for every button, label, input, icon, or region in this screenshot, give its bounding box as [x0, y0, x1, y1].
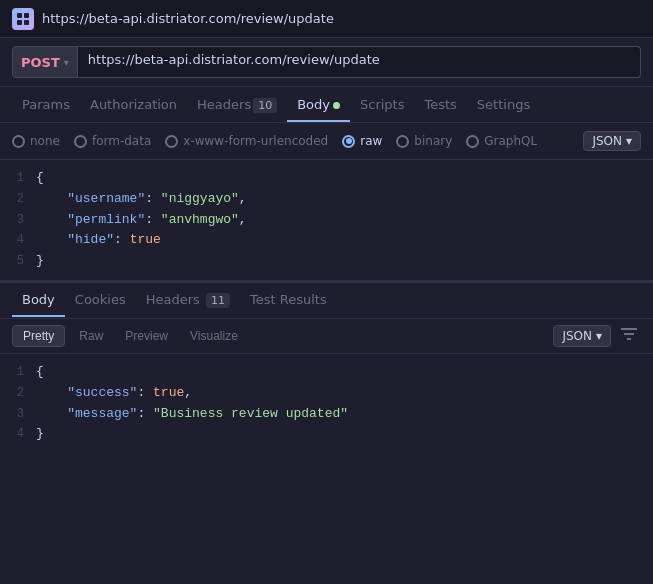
tab-headers[interactable]: Headers10 — [187, 89, 287, 122]
visualize-button[interactable]: Visualize — [182, 326, 246, 346]
json-format-selector[interactable]: JSON ▾ — [583, 131, 641, 151]
res-line-1: 1 { — [0, 362, 653, 383]
response-tab-cookies[interactable]: Cookies — [65, 284, 136, 317]
req-line-3: 3 "permlink": "anvhmgwo", — [0, 210, 653, 231]
tab-params[interactable]: Params — [12, 89, 80, 122]
response-tab-body[interactable]: Body — [12, 284, 65, 317]
url-input[interactable]: https://beta-api.distriator.com/review/u… — [78, 46, 641, 78]
tab-body[interactable]: Body — [287, 89, 350, 122]
filter-icon-button[interactable] — [617, 325, 641, 346]
method-label: POST — [21, 55, 60, 70]
radio-binary[interactable]: binary — [396, 134, 452, 148]
req-line-2: 2 "username": "niggyayo", — [0, 189, 653, 210]
request-tabs: Params Authorization Headers10 Body Scri… — [0, 87, 653, 123]
radio-circle-graphql — [466, 135, 479, 148]
req-line-4: 4 "hide": true — [0, 230, 653, 251]
body-type-row: none form-data x-www-form-urlencoded raw… — [0, 123, 653, 160]
radio-raw[interactable]: raw — [342, 134, 382, 148]
chevron-down-icon: ▾ — [64, 57, 69, 68]
request-code-editor[interactable]: 1 { 2 "username": "niggyayo", 3 "permlin… — [0, 160, 653, 280]
req-line-5: 5 } — [0, 251, 653, 272]
radio-urlencoded[interactable]: x-www-form-urlencoded — [165, 134, 328, 148]
response-tabs: Body Cookies Headers 11 Test Results — [0, 283, 653, 319]
response-toolbar: Pretty Raw Preview Visualize JSON ▾ — [0, 319, 653, 354]
response-json-selector[interactable]: JSON ▾ — [553, 325, 611, 347]
radio-circle-none — [12, 135, 25, 148]
radio-circle-binary — [396, 135, 409, 148]
radio-none[interactable]: none — [12, 134, 60, 148]
res-line-4: 4 } — [0, 424, 653, 445]
top-bar: https://beta-api.distriator.com/review/u… — [0, 0, 653, 38]
chevron-down-icon: ▾ — [596, 329, 602, 343]
chevron-down-icon: ▾ — [626, 134, 632, 148]
request-section: POST ▾ https://beta-api.distriator.com/r… — [0, 38, 653, 281]
svg-rect-0 — [17, 13, 22, 18]
res-line-2: 2 "success": true, — [0, 383, 653, 404]
radio-circle-raw — [342, 135, 355, 148]
radio-circle-urlencoded — [165, 135, 178, 148]
radio-form-data[interactable]: form-data — [74, 134, 151, 148]
preview-button[interactable]: Preview — [117, 326, 176, 346]
svg-rect-1 — [24, 13, 29, 18]
radio-circle-form-data — [74, 135, 87, 148]
svg-rect-3 — [24, 20, 29, 25]
response-code-editor: 1 { 2 "success": true, 3 "message": "Bus… — [0, 354, 653, 454]
method-select[interactable]: POST ▾ — [12, 46, 78, 78]
tab-tests[interactable]: Tests — [414, 89, 466, 122]
pretty-button[interactable]: Pretty — [12, 325, 65, 347]
tab-scripts[interactable]: Scripts — [350, 89, 414, 122]
tab-settings[interactable]: Settings — [467, 89, 540, 122]
body-dot — [333, 102, 340, 109]
response-tab-test-results[interactable]: Test Results — [240, 284, 337, 317]
top-url: https://beta-api.distriator.com/review/u… — [42, 11, 334, 26]
tab-authorization[interactable]: Authorization — [80, 89, 187, 122]
method-url-row: POST ▾ https://beta-api.distriator.com/r… — [0, 38, 653, 87]
res-line-3: 3 "message": "Business review updated" — [0, 404, 653, 425]
response-section: Body Cookies Headers 11 Test Results Pre… — [0, 281, 653, 454]
req-line-1: 1 { — [0, 168, 653, 189]
raw-button[interactable]: Raw — [71, 326, 111, 346]
response-tab-headers[interactable]: Headers 11 — [136, 284, 240, 317]
radio-graphql[interactable]: GraphQL — [466, 134, 537, 148]
svg-rect-2 — [17, 20, 22, 25]
app-icon — [12, 8, 34, 30]
